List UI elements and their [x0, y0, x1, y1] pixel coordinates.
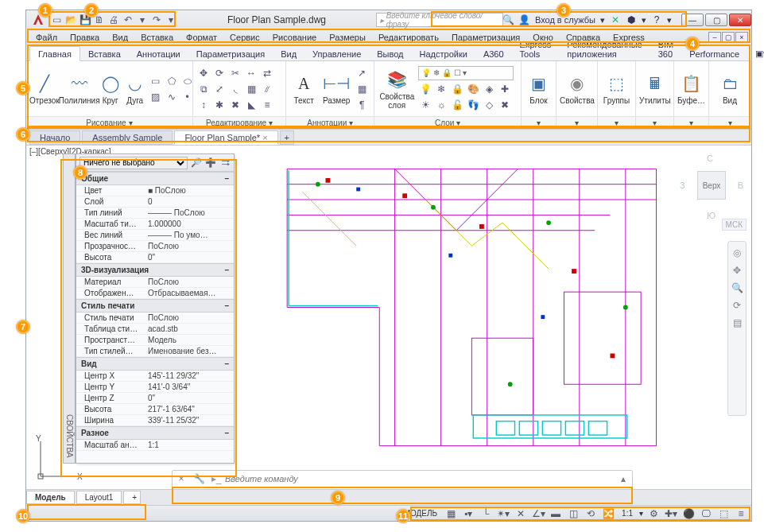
prop-row[interactable]: Тип стилей…Именование без… — [76, 346, 234, 357]
status-scale[interactable]: 1:1 — [619, 509, 636, 518]
qat-print-icon[interactable]: 🖨 — [107, 14, 120, 26]
status-custom-icon[interactable]: ≡ — [734, 507, 748, 520]
nav-show-icon[interactable]: ▤ — [731, 316, 743, 329]
qat-drop-icon[interactable]: ▾ — [136, 14, 149, 26]
prop-row[interactable]: Центр Z0" — [76, 393, 234, 404]
ribbon-tab-home[interactable]: Главная — [29, 46, 80, 61]
vc-south[interactable]: Ю — [707, 211, 716, 220]
ribbon-tab-featured[interactable]: Рекомендованные приложения — [559, 37, 650, 60]
block-button[interactable]: ▣Блок — [525, 64, 553, 114]
cmd-config-icon[interactable]: 🔧 — [192, 472, 206, 486]
status-monitor-icon[interactable]: 🖵 — [699, 507, 713, 520]
prop-row[interactable]: Масштаб ан…1:1 — [76, 440, 234, 451]
menu-draw[interactable]: Рисование — [266, 31, 323, 44]
erase-icon[interactable]: ✖ — [228, 98, 242, 112]
laydel-icon[interactable]: ✖ — [498, 98, 512, 112]
ribbon-tab-manage[interactable]: Управление — [304, 47, 369, 60]
leader-icon[interactable]: ↗ — [355, 66, 369, 80]
panel-props-drop[interactable]: ▾ — [557, 116, 597, 129]
status-lwt-icon[interactable]: ▬ — [549, 507, 563, 520]
qat-undo-icon[interactable]: ↶ — [122, 14, 134, 26]
panel-view-drop[interactable]: ▾ — [709, 116, 750, 129]
chamfer-icon[interactable]: ◣ — [244, 98, 258, 112]
clip-button[interactable]: 📋Буфе… — [677, 64, 705, 114]
layout-tab-model[interactable]: Модель — [26, 491, 75, 504]
groups-button[interactable]: ⬚Группы — [601, 64, 632, 114]
search-icon[interactable]: 🔍 — [503, 14, 514, 25]
ribbon-tab-addins[interactable]: Надстройки — [412, 47, 475, 60]
qat-drop2-icon[interactable]: ▾ — [165, 14, 177, 26]
status-annoscale-icon[interactable]: 🔀 — [601, 507, 615, 520]
panel-layers-label[interactable]: Слои ▾ — [374, 116, 521, 129]
prop-row[interactable]: Ширина339'-11 25/32" — [76, 415, 234, 426]
prop-row[interactable]: Центр Y141'-0 3/64" — [76, 382, 234, 393]
status-polar-icon[interactable]: ✴▾ — [496, 507, 510, 520]
exchange-icon[interactable]: ✕ — [610, 14, 621, 25]
status-otrack-icon[interactable]: ∠▾ — [531, 507, 545, 520]
status-osnap-icon[interactable]: ✕ — [514, 507, 528, 520]
prop-row[interactable]: МатериалПоСлою — [76, 277, 234, 288]
layer-combo[interactable]: 💡 ❄ 🔒 ☐ ▾ — [418, 66, 514, 80]
layfrz-icon[interactable]: ❄ — [434, 82, 448, 96]
laywalk-icon[interactable]: 👣 — [466, 98, 480, 112]
layon-icon[interactable]: ☀ — [418, 98, 432, 112]
panel-annot-label[interactable]: Аннотации ▾ — [286, 116, 374, 129]
utils-button[interactable]: 🖩Утилиты — [639, 64, 671, 114]
prop-row[interactable]: Тип линий——— ПоСлою — [76, 208, 234, 219]
panel-utils-drop[interactable]: ▾ — [636, 116, 673, 129]
offset-icon[interactable]: ⫽ — [260, 82, 274, 96]
file-tab-add[interactable]: + — [280, 130, 294, 145]
status-ortho-icon[interactable]: └ — [479, 507, 493, 520]
ribbon-tab-insert[interactable]: Вставка — [80, 47, 129, 60]
mdi-restore[interactable]: ▢ — [722, 32, 735, 43]
scale-icon[interactable]: ⤢ — [212, 82, 227, 96]
qat-new-icon[interactable]: ▭ — [50, 14, 63, 26]
pickadd-icon[interactable]: ➕ — [205, 157, 216, 169]
file-tab-start[interactable]: Начало — [29, 130, 80, 145]
prop-group[interactable]: Разное– — [76, 426, 234, 440]
circle-button[interactable]: ◯Круг — [99, 64, 122, 114]
line-button[interactable]: ╱Отрезок — [29, 64, 60, 114]
menu-edit[interactable]: Правка — [64, 31, 106, 44]
move-icon[interactable]: ✥ — [196, 66, 211, 80]
minimize-button[interactable]: — — [681, 14, 704, 26]
hatch-icon[interactable]: ▨ — [149, 90, 163, 104]
prop-row[interactable]: Отображен…Отбрасываемая… — [76, 288, 234, 299]
laymatch-icon[interactable]: 🎨 — [466, 82, 480, 96]
status-annovis-icon[interactable]: ✚▾ — [664, 507, 678, 520]
close-button[interactable]: ✕ — [729, 14, 751, 26]
qat-redo-icon[interactable]: ↷ — [150, 14, 163, 26]
prop-row[interactable]: Центр X145'-11 29/32" — [76, 371, 234, 382]
prop-row[interactable]: Вес линий——— По умо… — [76, 230, 234, 241]
layerprops-button[interactable]: 📚Свойства слоя — [378, 64, 416, 114]
status-gear-icon[interactable]: ⚙ — [646, 507, 661, 520]
ribbon-tab-express[interactable]: Express Tools — [512, 37, 560, 60]
nav-wheel-icon[interactable]: ◎ — [731, 247, 743, 259]
menu-format[interactable]: Формат — [180, 31, 223, 44]
panel-clip-drop[interactable]: ▾ — [674, 116, 708, 129]
prop-row[interactable]: Высота217'-1 63/64" — [76, 404, 234, 415]
prop-row[interactable]: Прозрачнос…ПоСлою — [76, 241, 234, 252]
fillet-icon[interactable]: ◟ — [228, 82, 242, 96]
drawing-area[interactable]: [–][Сверху][2D-каркас] × СВОЙСТВА Ничего… — [26, 146, 751, 505]
status-cycle-icon[interactable]: ⟲ — [584, 507, 598, 520]
mtext-icon[interactable]: ¶ — [355, 98, 369, 112]
mdi-close[interactable]: × — [735, 32, 748, 43]
status-iso-icon[interactable]: ⬚ — [716, 507, 731, 520]
prop-row[interactable]: Таблица сти…acad.stb — [76, 324, 234, 335]
spline-icon[interactable]: ∿ — [165, 90, 179, 104]
text-button[interactable]: AТекст — [289, 64, 318, 114]
command-line[interactable]: × 🔧 ▸_ ▴ — [172, 470, 633, 487]
menu-view[interactable]: Вид — [106, 31, 134, 44]
palette-titlebar[interactable]: СВОЙСТВА — [63, 153, 76, 464]
search-input[interactable]: ▸ Введите ключевое слово/фразу — [376, 13, 503, 27]
nav-orbit-icon[interactable]: ⟳ — [731, 299, 743, 312]
poly-icon[interactable]: ⬠ — [165, 74, 179, 88]
menu-modify[interactable]: Редактировать — [372, 31, 445, 44]
selection-combo[interactable]: Ничего не выбрано — [80, 157, 188, 169]
layout-tab-layout1[interactable]: Layout1 — [76, 491, 122, 504]
help-icon[interactable]: ? — [651, 14, 662, 25]
prop-group[interactable]: Общие– — [76, 172, 234, 185]
menu-tools[interactable]: Сервис — [223, 31, 266, 44]
vc-wcs[interactable]: МСК — [722, 219, 747, 231]
